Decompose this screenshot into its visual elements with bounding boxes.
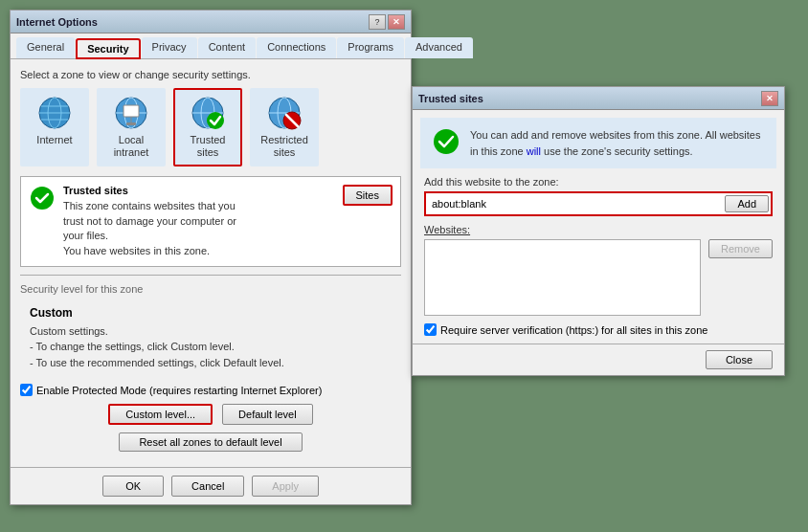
tab-advanced[interactable]: Advanced	[405, 37, 473, 58]
tab-connections[interactable]: Connections	[257, 37, 336, 58]
protected-mode-row: Enable Protected Mode (requires restarti…	[20, 384, 401, 396]
svg-rect-8	[123, 105, 139, 117]
server-verify-row: Require server verification (https:) for…	[413, 323, 784, 336]
level-buttons: Custom level... Default level	[20, 404, 401, 425]
apply-button[interactable]: Apply	[252, 476, 319, 497]
websites-list[interactable]	[424, 239, 701, 316]
internet-label: Internet	[36, 134, 72, 146]
zone-instruction: Select a zone to view or change security…	[20, 69, 401, 80]
internet-icon	[37, 96, 72, 130]
websites-label: Websites:	[424, 224, 773, 235]
zone-name-label: Trusted sites	[63, 185, 335, 196]
zone-trusted-sites[interactable]: Trusted sites	[173, 88, 242, 166]
tab-bar: General Security Privacy Content Connect…	[11, 33, 411, 59]
restricted-sites-label: Restricted sites	[256, 134, 313, 159]
svg-point-20	[31, 187, 54, 210]
tab-privacy[interactable]: Privacy	[142, 37, 197, 58]
add-website-input[interactable]	[428, 195, 721, 212]
websites-actions: Remove	[708, 239, 773, 316]
trusted-info-text: You can add and remove websites from thi…	[470, 127, 765, 159]
zone-internet[interactable]: Internet	[20, 88, 89, 166]
security-level-title: Security level for this zone	[20, 283, 401, 295]
default-level-button[interactable]: Default level	[222, 404, 313, 425]
trusted-titlebar: Trusted sites ✕	[413, 87, 784, 110]
main-dialog: Internet Options ? ✕ General Security Pr…	[10, 10, 412, 505]
sites-button-container: Sites	[343, 185, 393, 206]
info-highlight: will	[527, 145, 541, 157]
titlebar-controls: ? ✕	[369, 14, 405, 30]
trusted-close-btn[interactable]: Close	[706, 350, 773, 369]
zone-check-icon	[29, 185, 56, 213]
add-button[interactable]: Add	[725, 195, 769, 212]
reset-btn-row: Reset all zones to default level	[20, 432, 401, 452]
main-titlebar: Internet Options ? ✕	[11, 11, 411, 33]
security-level-section: Security level for this zone Custom Cust…	[20, 275, 401, 453]
server-verify-label: Require server verification (https:) for…	[440, 324, 707, 336]
trusted-sites-icon	[191, 96, 225, 130]
trusted-close-button[interactable]: ✕	[761, 91, 778, 106]
tab-programs[interactable]: Programs	[337, 37, 404, 58]
security-level-content: Custom Custom settings.- To change the s…	[20, 300, 401, 377]
zone-local-intranet[interactable]: Local intranet	[97, 88, 166, 166]
tab-security[interactable]: Security	[76, 38, 140, 59]
trusted-dialog: Trusted sites ✕ You can add and remove w…	[412, 86, 785, 376]
tab-content[interactable]: Content	[198, 37, 257, 58]
websites-section: Websites: Remove	[413, 224, 784, 316]
add-website-label: Add this website to the zone:	[424, 176, 773, 188]
add-website-row: Add	[424, 191, 773, 216]
custom-level-button[interactable]: Custom level...	[108, 404, 213, 425]
svg-point-14	[207, 112, 224, 129]
restricted-sites-icon	[267, 96, 302, 130]
local-intranet-label: Local intranet	[102, 134, 160, 159]
add-website-section: Add this website to the zone: Add	[413, 176, 784, 216]
zone-info-content: Trusted sites This zone contains website…	[63, 185, 335, 258]
protected-mode-label: Enable Protected Mode (requires restarti…	[36, 385, 322, 396]
remove-button[interactable]: Remove	[708, 239, 773, 258]
zone-icons: Internet Local intranet	[20, 88, 401, 166]
trusted-titlebar-controls: ✕	[761, 91, 778, 106]
dialog-content: Select a zone to view or change security…	[11, 59, 411, 467]
trusted-sites-label: Trusted sites	[179, 134, 236, 159]
security-level-desc: Custom settings.- To change the settings…	[30, 323, 392, 371]
bottom-buttons: OK Cancel Apply	[11, 467, 411, 504]
zone-description: This zone contains websites that youtrus…	[63, 199, 335, 258]
local-intranet-icon	[114, 96, 148, 130]
help-button[interactable]: ?	[369, 14, 386, 30]
protected-mode-checkbox[interactable]	[20, 384, 33, 396]
trusted-title: Trusted sites	[418, 93, 483, 104]
websites-row: Remove	[424, 239, 773, 316]
trusted-info-box: You can add and remove websites from thi…	[420, 118, 776, 168]
ok-button[interactable]: OK	[102, 476, 164, 497]
trusted-close-row: Close	[413, 344, 784, 375]
svg-rect-10	[126, 122, 136, 125]
cancel-button[interactable]: Cancel	[171, 476, 244, 497]
tab-general[interactable]: General	[16, 37, 75, 58]
close-button[interactable]: ✕	[388, 14, 405, 30]
trusted-check-icon	[432, 127, 460, 158]
svg-point-21	[434, 129, 459, 154]
server-verify-checkbox[interactable]	[424, 323, 437, 336]
zone-restricted-sites[interactable]: Restricted sites	[250, 88, 319, 166]
sites-button[interactable]: Sites	[343, 185, 393, 206]
main-title: Internet Options	[16, 16, 98, 28]
reset-all-button[interactable]: Reset all zones to default level	[119, 432, 302, 452]
security-level-name: Custom	[30, 306, 392, 320]
